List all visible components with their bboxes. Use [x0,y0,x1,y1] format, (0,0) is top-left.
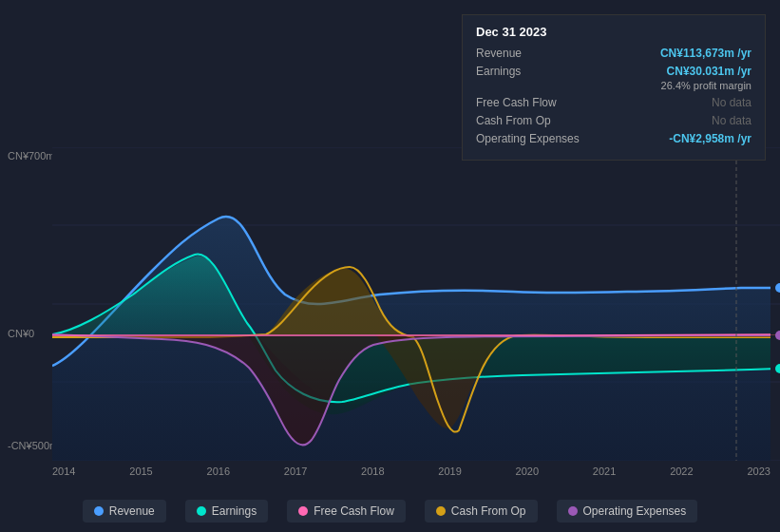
free-cash-flow-dot [298,506,308,516]
revenue-value: CN¥113,673m /yr [660,47,751,60]
operating-expenses-label: Operating Expenses [476,132,580,145]
free-cash-flow-value: No data [712,96,751,109]
cash-from-op-label: Cash From Op [476,114,580,127]
x-label-2018: 2018 [361,466,384,477]
legend-earnings-label: Earnings [212,504,257,518]
tooltip-box: Dec 31 2023 Revenue CN¥113,673m /yr Earn… [462,14,766,161]
x-label-2021: 2021 [593,466,616,477]
x-label-2023: 2023 [747,466,770,477]
earnings-value: CN¥30.031m /yr [667,65,751,78]
svg-point-8 [775,283,780,293]
revenue-dot [94,506,104,516]
cash-from-op-value: No data [712,114,751,127]
operating-expenses-dot [568,506,578,516]
revenue-row: Revenue CN¥113,673m /yr [476,47,751,60]
legend-operating-expenses-label: Operating Expenses [583,504,687,518]
x-label-2017: 2017 [284,466,307,477]
x-label-2022: 2022 [670,466,693,477]
chart-container: Dec 31 2023 Revenue CN¥113,673m /yr Earn… [0,0,780,532]
cash-from-op-row: Cash From Op No data [476,114,751,127]
x-label-2016: 2016 [207,466,230,477]
earnings-row: Earnings CN¥30.031m /yr [476,65,751,78]
legend-item-operating-expenses[interactable]: Operating Expenses [557,500,698,522]
free-cash-flow-row: Free Cash Flow No data [476,96,751,109]
legend-revenue-label: Revenue [109,504,155,518]
legend-item-revenue[interactable]: Revenue [83,500,166,522]
chart-legend: Revenue Earnings Free Cash Flow Cash Fro… [0,500,780,522]
operating-expenses-row: Operating Expenses -CN¥2,958m /yr [476,132,751,145]
legend-cash-from-op-label: Cash From Op [451,504,526,518]
operating-expenses-value: -CN¥2,958m /yr [669,132,751,145]
x-label-2014: 2014 [52,466,75,477]
x-label-2015: 2015 [129,466,152,477]
earnings-label: Earnings [476,65,580,78]
x-label-2020: 2020 [516,466,539,477]
earnings-dot [197,506,206,516]
revenue-label: Revenue [476,47,580,60]
tooltip-date: Dec 31 2023 [476,25,751,39]
x-label-2019: 2019 [438,466,461,477]
profit-margin: 26.4% profit margin [476,80,751,91]
legend-free-cash-flow-label: Free Cash Flow [314,504,394,518]
x-labels: 2014 2015 2016 2017 2018 2019 2020 2021 … [52,466,770,477]
svg-point-10 [775,331,780,340]
free-cash-flow-label: Free Cash Flow [476,96,580,109]
svg-point-9 [775,364,780,373]
legend-item-cash-from-op[interactable]: Cash From Op [425,500,538,522]
legend-item-free-cash-flow[interactable]: Free Cash Flow [287,500,406,522]
legend-item-earnings[interactable]: Earnings [185,500,268,522]
chart-svg [0,147,780,461]
cash-from-op-dot [436,506,446,516]
